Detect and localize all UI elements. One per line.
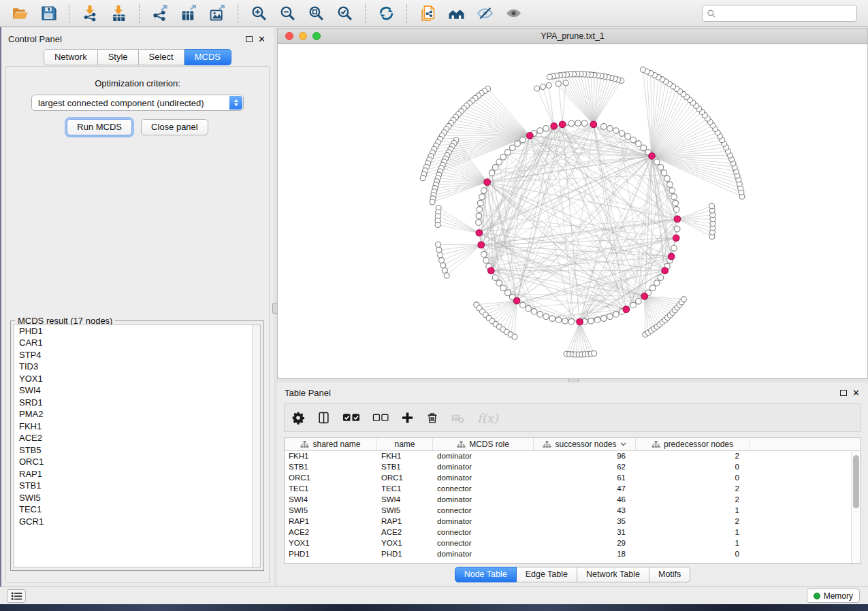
table-cell[interactable]: SWI4 (285, 495, 377, 506)
table-row[interactable]: STB1STB1dominator620 (285, 462, 851, 473)
table-cell[interactable]: ORC1 (377, 473, 433, 484)
table-cell[interactable]: RAP1 (285, 516, 377, 527)
table-cell[interactable]: SWI5 (377, 506, 433, 516)
float-panel-icon[interactable] (246, 36, 253, 42)
list-item[interactable]: CAR1 (14, 337, 260, 350)
table-cell[interactable]: 96 (534, 451, 636, 462)
table-cell[interactable]: 2 (636, 484, 750, 495)
table-cell[interactable]: 35 (534, 516, 636, 527)
tab-mcds[interactable]: MCDS (184, 49, 231, 65)
list-item[interactable]: SWI5 (14, 492, 260, 504)
table-cell[interactable]: 1 (636, 527, 750, 538)
tab-edge-table[interactable]: Edge Table (517, 567, 577, 582)
tab-select[interactable]: Select (139, 49, 184, 65)
task-history-button[interactable] (7, 589, 26, 603)
table-cell[interactable]: STB1 (377, 462, 433, 473)
table-row[interactable]: PHD1PHD1dominator180 (285, 549, 851, 560)
table-cell[interactable]: dominator (433, 451, 534, 462)
column-header-predecessor-nodes[interactable]: predecessor nodes (636, 438, 750, 450)
duplicate-network-button[interactable] (416, 3, 439, 24)
table-row[interactable]: SWI5SWI5connector431 (285, 506, 851, 516)
table-cell[interactable]: 2 (636, 516, 750, 527)
import-table-button[interactable] (107, 3, 130, 24)
table-row[interactable]: SWI4SWI4dominator462 (285, 495, 851, 506)
table-cell[interactable]: 2 (636, 451, 750, 462)
export-table-button[interactable] (177, 3, 200, 24)
run-mcds-button[interactable]: Run MCDS (67, 119, 132, 135)
table-cell[interactable]: 0 (636, 549, 750, 560)
mcds-result-list[interactable]: PHD1CAR1STP4TID3YOX1SWI4SRD1PMA2FKH1ACE2… (14, 325, 261, 567)
table-cell[interactable]: 62 (534, 462, 636, 473)
table-cell[interactable]: TEC1 (285, 484, 377, 495)
float-table-panel-icon[interactable] (840, 390, 847, 396)
result-list-scrollbar[interactable] (252, 325, 260, 567)
table-cell[interactable]: 47 (534, 484, 636, 495)
table-cell[interactable]: 18 (534, 549, 636, 560)
table-cell[interactable]: 1 (636, 538, 750, 549)
list-item[interactable]: YOX1 (14, 373, 260, 385)
zoom-in-button[interactable] (247, 3, 270, 24)
list-item[interactable]: STB1 (14, 480, 260, 493)
hide-details-button[interactable] (473, 3, 496, 24)
table-cell[interactable]: 2 (636, 495, 750, 506)
table-vertical-scrollbar[interactable] (851, 451, 861, 563)
tab-network-table[interactable]: Network Table (577, 567, 649, 582)
table-row[interactable]: TEC1TEC1connector472 (285, 484, 851, 495)
table-cell[interactable]: connector (433, 484, 534, 495)
list-item[interactable]: TID3 (14, 361, 260, 374)
table-cell[interactable]: 29 (534, 538, 636, 549)
refresh-button[interactable] (374, 3, 398, 24)
list-item[interactable]: SRD1 (14, 397, 260, 409)
table-cell[interactable]: PHD1 (285, 549, 377, 560)
table-cell[interactable]: dominator (433, 462, 534, 473)
table-row[interactable]: RAP1RAP1dominator352 (285, 516, 851, 527)
scrollbar-thumb[interactable] (853, 455, 859, 508)
close-table-panel-icon[interactable]: ✕ (852, 389, 860, 397)
table-cell[interactable]: FKH1 (377, 451, 433, 462)
network-canvas[interactable] (278, 44, 867, 378)
tab-network[interactable]: Network (44, 49, 98, 65)
table-cell[interactable]: connector (433, 527, 534, 538)
add-row-icon[interactable] (401, 411, 414, 425)
table-cell[interactable]: ACE2 (285, 527, 377, 538)
tab-motifs[interactable]: Motifs (649, 567, 690, 582)
table-cell[interactable]: dominator (433, 473, 534, 484)
table-cell[interactable]: STB1 (285, 462, 377, 473)
table-row[interactable]: FKH1FKH1dominator962 (285, 451, 851, 462)
close-panel-icon[interactable]: ✕ (258, 35, 266, 44)
open-file-button[interactable] (8, 3, 31, 24)
table-cell[interactable]: 43 (534, 506, 636, 516)
list-item[interactable]: PMA2 (14, 409, 260, 421)
table-cell[interactable]: ORC1 (285, 473, 377, 484)
table-cell[interactable]: 46 (534, 495, 636, 506)
save-session-button[interactable] (37, 3, 60, 24)
list-item[interactable]: RAP1 (14, 468, 260, 480)
deselect-all-checkboxes-icon[interactable] (372, 411, 389, 425)
list-item[interactable]: TEC1 (14, 504, 260, 516)
table-cell[interactable]: dominator (433, 516, 534, 527)
tab-style[interactable]: Style (98, 49, 139, 65)
list-item[interactable]: PHD1 (14, 325, 260, 337)
table-cell[interactable]: 0 (636, 462, 750, 473)
column-header-MCDS-role[interactable]: MCDS role (433, 438, 534, 450)
show-details-button[interactable] (502, 3, 525, 24)
table-cell[interactable]: dominator (433, 495, 534, 506)
list-item[interactable]: FKH1 (14, 420, 260, 433)
column-settings-icon[interactable] (291, 411, 305, 425)
table-cell[interactable]: YOX1 (377, 538, 433, 549)
column-header-shared-name[interactable]: shared name (285, 438, 377, 450)
list-item[interactable]: ORC1 (14, 457, 260, 469)
table-cell[interactable]: SWI5 (285, 506, 377, 516)
table-cell[interactable]: YOX1 (285, 538, 377, 549)
table-cell[interactable]: 0 (636, 473, 750, 484)
table-cell[interactable]: RAP1 (377, 516, 433, 527)
export-network-button[interactable] (148, 3, 172, 24)
delete-row-icon[interactable] (426, 411, 438, 425)
column-header-successor-nodes[interactable]: successor nodes (534, 438, 636, 450)
tab-node-table[interactable]: Node Table (455, 567, 517, 582)
table-cell[interactable]: 1 (636, 506, 750, 516)
list-item[interactable]: ACE2 (14, 433, 260, 445)
table-row[interactable]: YOX1YOX1connector291 (285, 538, 851, 549)
list-item[interactable]: SWI4 (14, 385, 260, 397)
zoom-fit-button[interactable] (304, 3, 327, 24)
